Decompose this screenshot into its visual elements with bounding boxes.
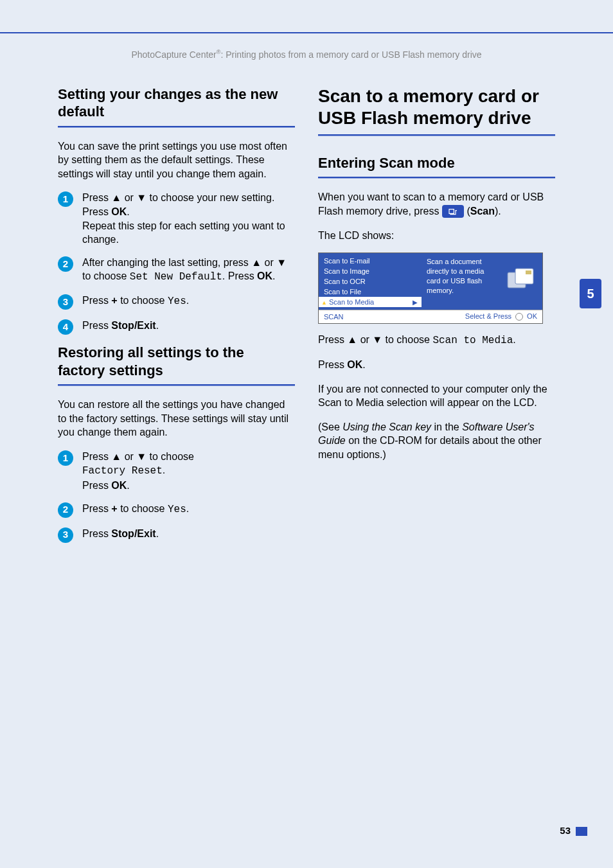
- step-text: Press ▲ or ▼ to choose your new setting.…: [82, 191, 295, 246]
- running-header: PhotoCapture Center®: Printing photos fr…: [26, 49, 587, 60]
- heading-scan-to-memory: Scan to a memory card or USB Flash memor…: [318, 85, 555, 129]
- step-badge: 2: [58, 502, 73, 518]
- step-badge: 3: [58, 527, 73, 543]
- step-text: Press Stop/Exit.: [82, 319, 295, 335]
- up-arrow-icon: ▲: [321, 299, 327, 306]
- step-badge: 1: [58, 450, 73, 466]
- lcd-hint: Select & Press OK: [465, 312, 537, 321]
- lcd-mode-label: SCAN: [324, 313, 344, 321]
- heading-factory-reset: Restoring all settings to the factory se…: [58, 344, 295, 379]
- lcd-menu-item: Scan to File: [319, 287, 422, 297]
- step-3: 3 Press Stop/Exit.: [58, 527, 295, 543]
- intro-set-default: You can save the print settings you use …: [58, 139, 295, 181]
- ok-ring-icon: [515, 313, 523, 321]
- lcd-menu-item-selected: ▲Scan to Media ▶: [319, 297, 422, 307]
- rule: [318, 177, 555, 179]
- page-number: 53: [560, 825, 571, 836]
- step-4: 4 Press Stop/Exit.: [58, 319, 295, 335]
- lcd-menu-item: Scan to OCR: [319, 276, 422, 287]
- left-column: Setting your changes as the new default …: [58, 85, 295, 552]
- lcd-bottom-bar: SCAN Select & Press OK: [319, 310, 542, 323]
- lcd-description-pane: Scan a document directly to a media card…: [422, 253, 542, 310]
- step-badge: 3: [58, 294, 73, 310]
- step-text: Press + to choose Yes.: [82, 294, 295, 310]
- scan-intro: When you want to scan to a memory card o…: [318, 190, 555, 218]
- step-text: Press + to choose Yes.: [82, 502, 295, 518]
- memory-card-icon: [506, 267, 536, 292]
- lcd-top: Scan to E-mail Scan to Image Scan to OCR…: [319, 253, 542, 310]
- step-text: Press ▲ or ▼ to choose Factory Reset.Pre…: [82, 450, 295, 493]
- intro-factory-reset: You can restore all the settings you hav…: [58, 398, 295, 439]
- content-columns: Setting your changes as the new default …: [26, 85, 587, 552]
- step-3: 3 Press + to choose Yes.: [58, 294, 295, 310]
- step-1: 1 Press ▲ or ▼ to choose Factory Reset.P…: [58, 450, 295, 493]
- step-badge: 4: [58, 319, 73, 335]
- p-see-guide: (See Using the Scan key in the Software …: [318, 420, 555, 462]
- rule: [58, 126, 295, 128]
- step-2: 2 After changing the last setting, press…: [58, 256, 295, 285]
- right-column: Scan to a memory card or USB Flash memor…: [318, 85, 555, 552]
- right-arrow-icon: ▶: [413, 299, 418, 306]
- chapter-tab: 5: [580, 279, 601, 308]
- steps-factory-reset: 1 Press ▲ or ▼ to choose Factory Reset.P…: [58, 450, 295, 543]
- step-badge: 2: [58, 256, 73, 272]
- rule: [58, 384, 295, 386]
- p-not-connected: If you are not connected to your compute…: [318, 382, 555, 410]
- step-1: 1 Press ▲ or ▼ to choose your new settin…: [58, 191, 295, 246]
- page-corner-mark: [576, 827, 587, 836]
- running-header-prefix: PhotoCapture Center: [131, 49, 216, 60]
- step-badge: 1: [58, 191, 73, 207]
- top-rule: [0, 32, 613, 33]
- step-text: After changing the last setting, press ▲…: [82, 256, 295, 285]
- lcd-menu: Scan to E-mail Scan to Image Scan to OCR…: [319, 253, 422, 310]
- step-text: Press Stop/Exit.: [82, 527, 295, 543]
- scan-key-icon: [442, 205, 464, 218]
- steps-set-default: 1 Press ▲ or ▼ to choose your new settin…: [58, 191, 295, 335]
- p-choose-scan-to-media: Press ▲ or ▼ to choose Scan to Media.: [318, 333, 555, 348]
- lcd-menu-item: Scan to E-mail: [319, 256, 422, 266]
- lcd-description-text: Scan a document directly to a media card…: [427, 257, 488, 295]
- svg-rect-2: [526, 270, 531, 274]
- lcd-menu-item: Scan to Image: [319, 266, 422, 276]
- rule: [318, 134, 555, 136]
- step-2: 2 Press + to choose Yes.: [58, 502, 295, 518]
- lcd-shows-label: The LCD shows:: [318, 229, 555, 243]
- heading-entering-scan: Entering Scan mode: [318, 154, 555, 172]
- p-press-ok: Press OK.: [318, 358, 555, 372]
- running-header-suffix: : Printing photos from a memory card or …: [220, 49, 481, 60]
- lcd-screenshot: Scan to E-mail Scan to Image Scan to OCR…: [318, 252, 543, 323]
- heading-set-default: Setting your changes as the new default: [58, 85, 295, 121]
